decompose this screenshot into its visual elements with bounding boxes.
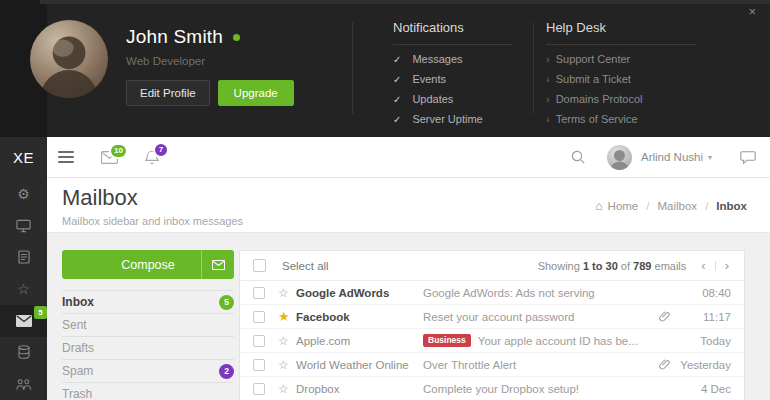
row-checkbox[interactable] (253, 359, 265, 371)
subject-text: Your apple account ID has be... (478, 335, 638, 347)
menu-toggle-icon[interactable] (58, 148, 74, 166)
breadcrumb: ⌂ Home / Mailbox / Inbox (595, 199, 747, 213)
select-all-checkbox[interactable] (253, 259, 266, 272)
folder-label: Inbox (62, 295, 94, 309)
pagination-summary: Showing 1 to 30 of 789 emails (538, 260, 687, 272)
profile-block: John Smith Web Developer Edit Profile Up… (30, 20, 294, 106)
email-subject: Business Your apple account ID has be... (423, 334, 675, 347)
alerts-button[interactable]: 7 (145, 150, 159, 165)
chevron-right-icon: › (546, 53, 550, 65)
navbar-avatar[interactable] (607, 145, 632, 170)
email-time: 08:40 (675, 287, 731, 299)
sidebar: ⚙ ☆ 5 (0, 178, 47, 400)
check-icon: ✓ (393, 94, 401, 105)
sidebar-item-settings[interactable]: ⚙ (0, 178, 47, 210)
pager-next-button[interactable]: › (723, 259, 731, 272)
star-toggle-icon[interactable]: ☆ (278, 383, 296, 395)
help-link-domains-protocol[interactable]: › Domains Protocol (546, 93, 696, 105)
star-toggle-icon[interactable]: ☆ (278, 287, 296, 299)
compose-label: Compose (121, 258, 175, 272)
sidebar-item-database[interactable] (0, 337, 47, 369)
row-checkbox[interactable] (253, 383, 265, 395)
panel-divider (533, 22, 534, 114)
breadcrumb-mailbox[interactable]: Mailbox (657, 200, 697, 212)
page-title: Mailbox (62, 185, 138, 211)
folder-trash[interactable]: Trash (62, 383, 234, 400)
email-sender: Dropbox (296, 383, 423, 395)
breadcrumb-label: Home (608, 200, 639, 212)
folder-spam[interactable]: Spam 2 (62, 360, 234, 383)
user-avatar[interactable] (30, 20, 108, 98)
help-desk-title: Help Desk (546, 20, 696, 45)
notification-toggle-events[interactable]: ✓ Events (393, 73, 513, 85)
folder-label: Spam (62, 364, 93, 378)
email-row[interactable]: ★ Facebook Reset your account password 1… (240, 305, 744, 329)
sidebar-item-users[interactable] (0, 368, 47, 400)
messages-button[interactable]: 10 (101, 151, 118, 164)
breadcrumb-separator: / (646, 200, 649, 212)
subject-text: Over Throttle Alert (423, 359, 516, 371)
gear-icon: ⚙ (17, 187, 30, 201)
monitor-icon (16, 219, 31, 233)
email-subject: Complete your Dropbox setup! (423, 383, 675, 395)
pager-divider (715, 261, 716, 271)
compose-button[interactable]: Compose (62, 250, 234, 279)
row-checkbox[interactable] (253, 311, 265, 323)
paperclip-icon (653, 311, 675, 322)
notifications-column: Notifications ✓ Messages ✓ Events ✓ Upda… (393, 20, 513, 125)
notification-toggle-updates[interactable]: ✓ Updates (393, 93, 513, 105)
notification-toggle-server-uptime[interactable]: ✓ Server Uptime (393, 113, 513, 125)
email-sender: World Weather Online (296, 359, 423, 371)
user-menu[interactable]: Arlind Nushi ▾ (641, 151, 712, 163)
help-link-submit-ticket[interactable]: › Submit a Ticket (546, 73, 696, 85)
help-link-support-center[interactable]: › Support Center (546, 53, 696, 65)
chat-button[interactable] (740, 151, 756, 164)
email-sender: Facebook (296, 311, 423, 323)
content-area: Compose Inbox 5 Sent Drafts (47, 233, 770, 400)
folder-drafts[interactable]: Drafts (62, 337, 234, 360)
notification-label: Messages (412, 53, 462, 65)
search-button[interactable] (571, 150, 585, 164)
pagination-prefix: Showing (538, 260, 580, 272)
chevron-right-icon: › (546, 73, 550, 85)
pager-prev-button[interactable]: ‹ (699, 259, 707, 272)
close-icon[interactable]: × (748, 5, 756, 18)
users-icon (16, 378, 31, 391)
email-row[interactable]: ☆ World Weather Online Over Throttle Ale… (240, 353, 744, 377)
row-checkbox[interactable] (253, 287, 265, 299)
folder-sent[interactable]: Sent (62, 314, 234, 337)
email-row[interactable]: ☆ Google AdWords Google AdWords: Ads not… (240, 281, 744, 305)
app-logo[interactable]: XE (0, 137, 47, 178)
notification-label: Updates (412, 93, 453, 105)
upgrade-button[interactable]: Upgrade (218, 80, 294, 106)
help-link-terms-of-service[interactable]: › Terms of Service (546, 113, 696, 125)
edit-profile-button[interactable]: Edit Profile (126, 80, 210, 106)
database-icon (18, 345, 30, 359)
sidebar-item-notes[interactable] (0, 241, 47, 273)
star-toggle-icon[interactable]: ☆ (278, 335, 296, 347)
sidebar-item-dashboard[interactable] (0, 210, 47, 242)
notification-toggle-messages[interactable]: ✓ Messages (393, 53, 513, 65)
email-list-header: Select all Showing 1 to 30 of 789 emails… (240, 251, 744, 281)
subject-text: Reset your account password (423, 311, 575, 323)
panel-divider (352, 22, 353, 114)
folder-inbox[interactable]: Inbox 5 (62, 291, 234, 314)
star-toggle-icon[interactable]: ★ (278, 310, 296, 323)
check-icon: ✓ (393, 54, 401, 65)
breadcrumb-home[interactable]: ⌂ Home (595, 199, 638, 213)
pagination-range: 1 to 30 (583, 260, 618, 272)
row-checkbox[interactable] (253, 335, 265, 347)
email-row[interactable]: ☆ Apple.com Business Your apple account … (240, 329, 744, 353)
document-icon (18, 250, 30, 264)
online-status-dot (233, 34, 240, 41)
email-time: 4 Dec (675, 383, 731, 395)
search-icon (571, 150, 585, 164)
star-toggle-icon[interactable]: ☆ (278, 359, 296, 371)
profile-role: Web Developer (126, 55, 294, 67)
sidebar-item-mailbox[interactable]: 5 (0, 305, 47, 337)
email-row[interactable]: ☆ Dropbox Complete your Dropbox setup! 4… (240, 377, 744, 400)
notification-label: Server Uptime (412, 113, 482, 125)
business-label-badge: Business (423, 334, 471, 347)
alerts-badge: 7 (153, 142, 169, 158)
sidebar-item-favorites[interactable]: ☆ (0, 273, 47, 305)
